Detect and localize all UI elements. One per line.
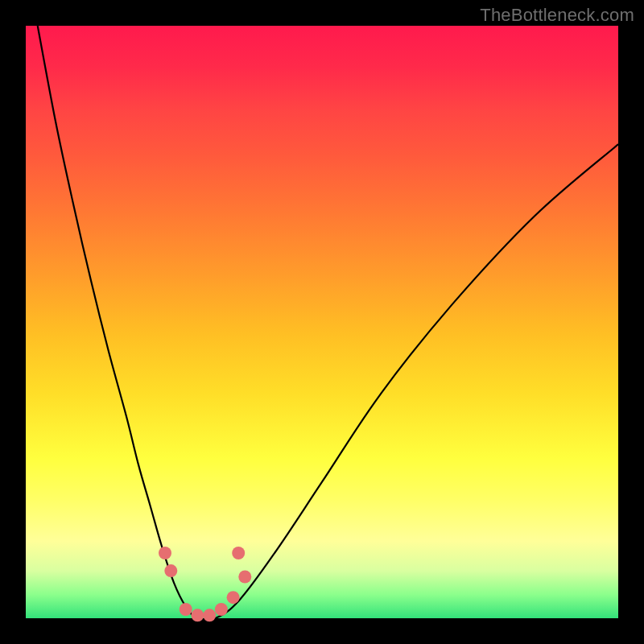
data-dot (159, 547, 171, 559)
chart-area (26, 26, 618, 618)
chart-svg (26, 26, 618, 618)
data-dot (203, 609, 216, 621)
data-dot (238, 571, 251, 584)
data-dot (180, 603, 192, 616)
data-dots (159, 547, 251, 621)
watermark-text: TheBottleneck.com (480, 5, 634, 26)
data-dot (227, 591, 240, 604)
data-dot (215, 603, 228, 616)
bottleneck-curve (38, 26, 618, 621)
data-dot (191, 609, 204, 621)
data-dot (232, 547, 245, 559)
data-dot (164, 564, 177, 577)
outer-frame: TheBottleneck.com (0, 0, 644, 644)
